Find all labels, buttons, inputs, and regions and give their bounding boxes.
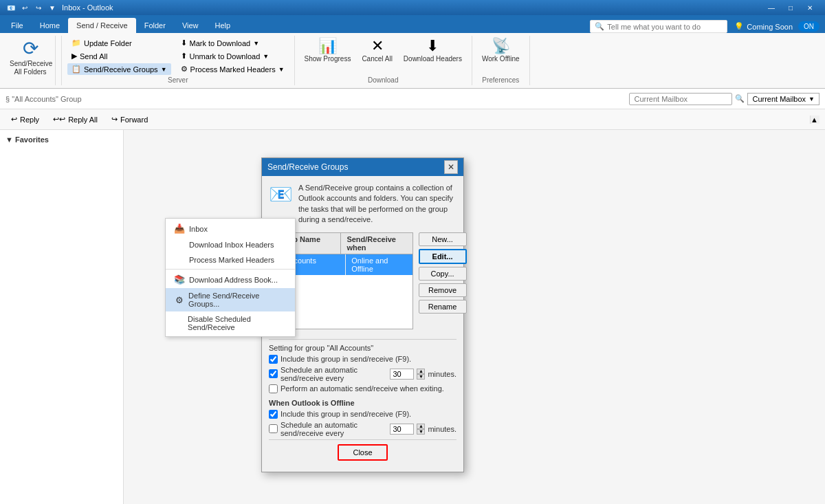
dropdown-item-download-inbox-headers[interactable]: Download Inbox Headers: [166, 237, 295, 252]
dialog-main-row: Group Name Send/Receive when All Account…: [269, 232, 456, 333]
process-marked-headers-btn[interactable]: ⚙ Process Marked Headers ▼: [177, 63, 289, 75]
send-receive-all-btn[interactable]: ⟳ Send/ReceiveAll Folders: [6, 36, 56, 85]
send-receive-groups-dropdown: 📥 Inbox Download Inbox Headers Process M…: [165, 218, 296, 337]
server-group-label: Server: [168, 76, 188, 85]
show-progress-btn[interactable]: 📊 Show Progress: [300, 36, 355, 65]
favorites-arrow: ▼: [6, 135, 15, 144]
remove-button[interactable]: Remove: [419, 283, 467, 297]
include-online-checkbox[interactable]: [269, 355, 278, 364]
rename-button[interactable]: Rename: [419, 300, 467, 314]
ribbon-group-server-items: 📁 Update Folder ▶ Send All 📋 Send/Receiv…: [67, 36, 289, 75]
close-button[interactable]: Close: [338, 444, 387, 461]
mark-download-icon: ⬇: [181, 39, 187, 47]
schedule-online-checkbox[interactable]: [269, 369, 278, 378]
schedule-online-spinbox[interactable]: [390, 369, 414, 380]
redo-icon[interactable]: ↪: [33, 2, 44, 13]
send-all-btn[interactable]: ▶ Send All: [67, 50, 171, 62]
tab-home[interactable]: Home: [32, 18, 68, 33]
title-bar-left: 📧 ↩ ↪ ▼ Inbox - Outlook: [6, 2, 113, 13]
dropdown-item-download-address-book[interactable]: 📚 Download Address Book...: [166, 271, 295, 288]
preferences-group-label: Preferences: [482, 76, 519, 85]
search-input[interactable]: [629, 93, 732, 105]
spinbox-offline-up[interactable]: ▲: [417, 424, 425, 429]
work-offline-btn[interactable]: 📡 Work Offline: [478, 36, 524, 65]
dropdown-item-disable-scheduled-label: Disable Scheduled Send/Receive: [188, 315, 287, 331]
tab-file[interactable]: File: [3, 18, 32, 33]
dropdown-item-define-groups[interactable]: ⚙ Define Send/Receive Groups...: [166, 288, 295, 311]
cancel-all-btn[interactable]: ✕ Cancel All: [358, 36, 396, 65]
tell-me-bar[interactable]: 🔍: [590, 20, 727, 33]
update-folder-icon: 📁: [72, 39, 81, 47]
schedule-offline-checkbox[interactable]: [269, 424, 278, 433]
ribbon-group-server: 📁 Update Folder ▶ Send All 📋 Send/Receiv…: [62, 36, 295, 85]
tell-me-input[interactable]: [607, 23, 710, 31]
schedule-offline-spinbox[interactable]: [390, 424, 414, 435]
cancel-all-label: Cancel All: [362, 55, 392, 63]
undo-icon[interactable]: ↩: [19, 2, 30, 13]
settings-title: Setting for group "All Accounts": [269, 344, 456, 352]
toggle-btn[interactable]: ON: [798, 21, 820, 32]
spinbox-offline-down[interactable]: ▼: [417, 429, 425, 435]
forward-button[interactable]: ↪ Forward: [106, 113, 153, 126]
offline-section-title: When Outlook is Offline: [269, 399, 456, 407]
search-icon[interactable]: 🔍: [735, 94, 745, 103]
new-button[interactable]: New...: [419, 232, 467, 246]
dropdown-item-define-groups-label: Define Send/Receive Groups...: [188, 292, 287, 308]
schedule-offline-row: Schedule an automatic send/receive every…: [269, 421, 456, 437]
minimize-button[interactable]: —: [762, 0, 781, 15]
search-controls: 🔍 Current Mailbox ▼: [629, 93, 820, 105]
tab-send-receive[interactable]: Send / Receive: [68, 18, 136, 33]
ribbon-group-download: 📊 Show Progress ✕ Cancel All ⬇ Download …: [295, 36, 472, 85]
unmark-download-label: Unmark to Download: [190, 52, 261, 61]
edit-button[interactable]: Edit...: [419, 249, 467, 264]
dialog-info: 📧 A Send/Receive group contains a collec…: [269, 183, 456, 226]
unmark-download-icon: ⬆: [181, 52, 187, 61]
customize-qat-icon[interactable]: ▼: [47, 2, 58, 13]
unmark-to-download-btn[interactable]: ⬆ Unmark to Download ▼: [177, 50, 289, 62]
reply-all-icon: ↩↩: [53, 115, 65, 124]
server-col1: 📁 Update Folder ▶ Send All 📋 Send/Receiv…: [67, 36, 171, 75]
spinbox-up[interactable]: ▲: [417, 369, 425, 374]
schedule-offline-label: Schedule an automatic send/receive every: [280, 421, 387, 437]
work-offline-icon: 📡: [492, 39, 510, 54]
spinbox-down[interactable]: ▼: [417, 374, 425, 380]
table-cell-when: Online and Offline: [346, 254, 412, 275]
close-button[interactable]: ✕: [800, 0, 820, 15]
dropdown-item-process-marked[interactable]: Process Marked Headers: [166, 252, 295, 267]
sidebar: ▼ Favorites: [0, 130, 124, 504]
download-headers-icon: ⬇: [426, 39, 439, 54]
include-offline-checkbox[interactable]: [269, 410, 278, 419]
dialog-footer: Close: [269, 439, 456, 465]
reply-all-button[interactable]: ↩↩ Reply All: [47, 113, 103, 126]
dropdown-item-inbox-label: Inbox: [189, 225, 208, 233]
perform-auto-checkbox[interactable]: [269, 384, 278, 393]
tab-view[interactable]: View: [174, 18, 207, 33]
reply-icon: ↩: [11, 115, 17, 124]
forward-icon: ↪: [111, 115, 118, 124]
schedule-online-unit: minutes.: [428, 370, 456, 378]
send-receive-groups-btn[interactable]: 📋 Send/Receive Groups ▼: [67, 63, 171, 75]
mark-to-download-btn[interactable]: ⬇ Mark to Download ▼: [177, 37, 289, 49]
favorites-label: Favorites: [15, 135, 49, 144]
reply-button[interactable]: ↩ Reply: [6, 113, 45, 126]
tab-folder[interactable]: Folder: [136, 18, 174, 33]
window-controls: — □ ✕: [762, 0, 820, 15]
offline-section: When Outlook is Offline Include this gro…: [269, 399, 456, 437]
dropdown-item-inbox[interactable]: 📥 Inbox: [166, 220, 295, 237]
include-online-label: Include this group in send/receive (F9).: [280, 355, 411, 363]
maximize-button[interactable]: □: [781, 0, 800, 15]
process-marked-label: Process Marked Headers: [190, 65, 276, 74]
unmark-download-arrow: ▼: [263, 53, 269, 60]
dialog-close-x-button[interactable]: ✕: [444, 160, 458, 174]
copy-button[interactable]: Copy...: [419, 267, 467, 281]
perform-auto-label: Perform an automatic send/receive when e…: [280, 384, 444, 393]
dropdown-item-address-book-label: Download Address Book...: [189, 276, 278, 284]
download-headers-btn[interactable]: ⬇ Download Headers: [399, 36, 466, 65]
schedule-online-label: Schedule an automatic send/receive every: [280, 366, 387, 382]
mark-download-label: Mark to Download: [190, 39, 251, 47]
dropdown-item-disable-scheduled[interactable]: Disable Scheduled Send/Receive: [166, 311, 295, 335]
title-bar: 📧 ↩ ↪ ▼ Inbox - Outlook — □ ✕: [0, 0, 825, 15]
tab-help[interactable]: Help: [207, 18, 239, 33]
search-scope-dropdown[interactable]: Current Mailbox ▼: [747, 93, 820, 105]
update-folder-btn[interactable]: 📁 Update Folder: [67, 37, 171, 49]
